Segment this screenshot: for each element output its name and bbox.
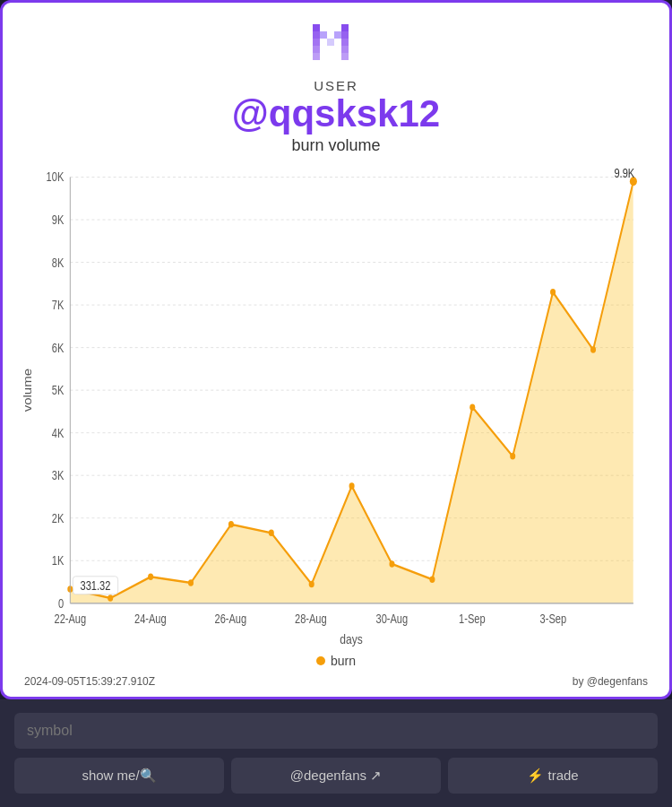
data-point — [550, 289, 556, 296]
svg-text:28-Aug: 28-Aug — [295, 612, 327, 626]
svg-text:volume: volume — [22, 369, 33, 412]
svg-text:1K: 1K — [52, 554, 65, 568]
chart-svg: 0 1K 2K 3K 4K 5K 6K 7K 8K 9K 10K volume — [21, 166, 651, 648]
svg-rect-12 — [341, 53, 349, 60]
show-me-button[interactable]: show me/🔍 — [14, 758, 224, 794]
chart-legend: burn — [316, 654, 356, 668]
svg-rect-8 — [341, 24, 349, 31]
data-point — [228, 521, 234, 528]
svg-text:26-Aug: 26-Aug — [215, 612, 247, 626]
data-point — [269, 530, 274, 537]
trade-button[interactable]: ⚡ trade — [448, 758, 658, 794]
svg-rect-7 — [334, 31, 341, 39]
degenfans-button[interactable]: @degenfans ↗ — [231, 758, 441, 794]
svg-rect-10 — [341, 39, 349, 46]
first-label: 331.32 — [81, 579, 111, 593]
header: USER @qqsksk12 burn volume — [21, 21, 651, 155]
username: @qqsksk12 — [232, 93, 440, 134]
svg-text:10K: 10K — [47, 171, 65, 185]
svg-text:3-Sep: 3-Sep — [540, 612, 567, 626]
user-label: USER — [314, 78, 358, 93]
data-point — [148, 574, 153, 581]
svg-rect-6 — [327, 39, 334, 46]
svg-text:9K: 9K — [52, 213, 65, 227]
data-point — [309, 581, 314, 588]
svg-rect-11 — [341, 46, 349, 53]
legend-label: burn — [331, 654, 356, 668]
data-point — [108, 594, 113, 602]
footer-timestamp: 2024-09-05T15:39:27.910Z — [24, 675, 155, 688]
svg-text:0: 0 — [58, 597, 64, 611]
svg-text:24-Aug: 24-Aug — [134, 612, 167, 626]
search-input[interactable] — [14, 713, 658, 749]
footer-by: by @degenfans — [573, 675, 648, 688]
svg-text:4K: 4K — [52, 427, 65, 440]
svg-text:days: days — [340, 632, 363, 647]
svg-text:8K: 8K — [52, 256, 65, 270]
chart-container: 0 1K 2K 3K 4K 5K 6K 7K 8K 9K 10K volume — [21, 166, 651, 648]
svg-rect-5 — [320, 31, 327, 39]
svg-rect-1 — [313, 31, 320, 39]
data-point — [349, 483, 355, 490]
svg-text:3K: 3K — [52, 469, 65, 482]
svg-rect-3 — [313, 46, 320, 53]
legend-dot — [316, 656, 325, 665]
peak-label: 9.9K — [614, 167, 634, 180]
data-point — [470, 404, 475, 412]
svg-rect-9 — [341, 31, 349, 39]
svg-text:30-Aug: 30-Aug — [376, 612, 409, 626]
logo-icon — [309, 21, 363, 74]
buttons-row: show me/🔍 @degenfans ↗ ⚡ trade — [14, 758, 658, 794]
chart-fill — [70, 181, 633, 603]
footer-bar: 2024-09-05T15:39:27.910Z by @degenfans — [21, 675, 651, 688]
main-card: USER @qqsksk12 burn volume — [0, 0, 672, 699]
data-point — [188, 579, 194, 586]
data-point — [590, 346, 596, 353]
svg-rect-2 — [313, 39, 320, 46]
svg-text:7K: 7K — [52, 299, 65, 312]
svg-text:5K: 5K — [52, 384, 65, 397]
bottom-controls: show me/🔍 @degenfans ↗ ⚡ trade — [0, 699, 672, 807]
svg-text:2K: 2K — [52, 512, 65, 525]
svg-text:22-Aug: 22-Aug — [54, 612, 86, 626]
data-point — [510, 453, 515, 460]
chart-subtitle: burn volume — [291, 136, 380, 155]
svg-rect-4 — [313, 53, 320, 60]
data-point — [429, 577, 435, 584]
svg-rect-0 — [313, 24, 320, 31]
logo-area — [309, 21, 363, 74]
svg-text:1-Sep: 1-Sep — [459, 612, 486, 626]
svg-text:6K: 6K — [52, 342, 65, 355]
data-point — [389, 560, 394, 568]
